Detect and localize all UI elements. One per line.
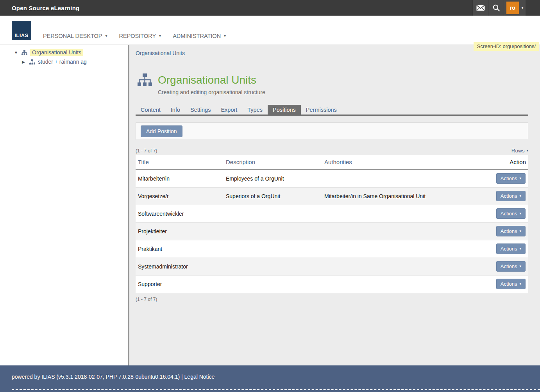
table-header-row: Title Description Authorities Action	[136, 155, 528, 170]
tree-expanded-icon[interactable]: ▼	[14, 50, 19, 55]
actions-dropdown-button[interactable]: Actions▾	[496, 208, 526, 219]
column-header-description[interactable]: Description	[224, 155, 322, 170]
actions-dropdown-button[interactable]: Actions▾	[496, 191, 526, 201]
page-subtitle: Creating and editing organisational stru…	[158, 89, 265, 95]
chevron-down-icon: ▾	[526, 149, 528, 152]
position-description	[224, 258, 322, 275]
main-area: ▼ Organisational Units ▶	[0, 45, 540, 365]
menu-personal-desktop[interactable]: PERSONAL DESKTOP ▾	[43, 33, 107, 39]
orgunit-icon	[29, 59, 35, 64]
avatar: ro	[506, 2, 519, 14]
mail-icon	[476, 5, 485, 11]
actions-dropdown-button[interactable]: Actions▾	[496, 226, 526, 236]
tab-settings[interactable]: Settings	[185, 105, 216, 115]
position-title: Projektleiter	[136, 222, 224, 240]
ilias-logo[interactable]: ILIAS	[12, 21, 31, 40]
chevron-down-icon: ▾	[519, 212, 521, 215]
position-authorities	[322, 258, 493, 275]
main-header: ILIAS PERSONAL DESKTOP ▾ REPOSITORY ▾ AD…	[0, 16, 540, 45]
actions-dropdown-button[interactable]: Actions▾	[496, 243, 526, 254]
tree-item-organisational-units[interactable]: ▼ Organisational Units	[0, 49, 128, 56]
table-row: Vorgesetze/r Superiors of a OrgUnit Mita…	[136, 187, 528, 205]
chevron-down-icon: ▾	[519, 282, 521, 286]
breadcrumb: Organisational Units	[136, 45, 528, 56]
legal-notice-link[interactable]: Legal Notice	[184, 374, 215, 380]
table-row: Supporter Actions▾	[136, 275, 528, 293]
app-title: Open Source eLearning	[12, 5, 79, 11]
position-title: Supporter	[136, 275, 224, 293]
repository-tree: ▼ Organisational Units ▶	[0, 45, 128, 365]
position-authorities	[322, 222, 493, 240]
position-title: Softwareentwickler	[136, 205, 224, 222]
tree-item-studer-raimann[interactable]: ▶ studer + raimann ag	[0, 59, 128, 65]
chevron-down-icon: ▾	[519, 229, 521, 233]
topbar-actions: ro ▾	[472, 0, 526, 16]
main-menu: PERSONAL DESKTOP ▾ REPOSITORY ▾ ADMINIST…	[43, 33, 226, 39]
screen-id-badge: Screen-ID: orgu/positions/	[474, 42, 539, 51]
menu-repository[interactable]: REPOSITORY ▾	[119, 33, 161, 39]
chevron-down-icon: ▾	[519, 177, 521, 180]
column-header-authorities[interactable]: Authorities	[322, 155, 493, 170]
actions-dropdown-button[interactable]: Actions▾	[496, 279, 526, 289]
page-header: Organisational Units Creating and editin…	[136, 73, 528, 95]
position-description: Superiors of a OrgUnit	[224, 187, 322, 205]
table-row: Systemadministrator Actions▾	[136, 258, 528, 275]
tab-positions[interactable]: Positions	[268, 105, 301, 115]
orgunit-icon	[21, 50, 27, 55]
top-bar: Open Source eLearning ro ▾	[0, 0, 540, 16]
result-range-top: (1 - 7 of 7)	[136, 148, 157, 154]
chevron-down-icon: ▾	[224, 34, 226, 38]
footer-separator: |	[181, 374, 183, 380]
table-row: Projektleiter Actions▾	[136, 222, 528, 240]
table-row: Mitarbeiter/in Employees of a OrgUnit Ac…	[136, 170, 528, 187]
result-range-bottom: (1 - 7 of 7)	[136, 297, 528, 302]
position-authorities	[322, 275, 493, 293]
menu-administration[interactable]: ADMINISTRATION ▾	[173, 33, 226, 39]
position-authorities	[322, 240, 493, 258]
tab-bar: Content Info Settings Export Types Posit…	[136, 105, 528, 116]
tree-item-label[interactable]: Organisational Units	[30, 49, 83, 56]
chevron-down-icon: ▾	[522, 6, 524, 10]
position-description: Employees of a OrgUnit	[224, 170, 322, 187]
position-title: Vorgesetze/r	[136, 187, 224, 205]
position-description	[224, 205, 322, 222]
chevron-down-icon: ▾	[519, 265, 521, 268]
tree-item-label[interactable]: studer + raimann ag	[38, 59, 87, 65]
actions-dropdown-button[interactable]: Actions▾	[496, 261, 526, 272]
chevron-down-icon: ▾	[159, 34, 161, 38]
page-title: Organisational Units	[158, 73, 265, 86]
user-menu-button[interactable]: ro ▾	[504, 0, 526, 16]
chevron-down-icon: ▾	[519, 247, 521, 251]
column-header-title[interactable]: Title	[136, 155, 224, 170]
position-authorities	[322, 170, 493, 187]
chevron-down-icon: ▾	[519, 194, 521, 198]
tab-types[interactable]: Types	[242, 105, 268, 115]
position-title: Praktikant	[136, 240, 224, 258]
action-toolbar: Add Position	[136, 122, 528, 140]
position-description	[224, 222, 322, 240]
table-meta-row: (1 - 7 of 7) Rows ▾	[136, 148, 528, 154]
position-title: Mitarbeiter/in	[136, 170, 224, 187]
add-position-button[interactable]: Add Position	[141, 125, 182, 137]
tree-collapsed-icon[interactable]: ▶	[22, 60, 27, 64]
tab-export[interactable]: Export	[216, 105, 242, 115]
page-footer: powered by ILIAS (v5.3.1 2018-02-07, PHP…	[0, 365, 540, 392]
tab-info[interactable]: Info	[166, 105, 185, 115]
breadcrumb-link[interactable]: Organisational Units	[136, 50, 185, 56]
positions-table: Title Description Authorities Action Mit…	[136, 155, 528, 293]
footer-text: powered by ILIAS (v5.3.1 2018-02-07, PHP…	[12, 374, 215, 380]
search-icon	[492, 4, 500, 12]
position-description	[224, 240, 322, 258]
mail-button[interactable]	[472, 0, 488, 16]
column-header-action: Action	[493, 155, 528, 170]
orgunit-large-icon	[138, 73, 152, 86]
footer-dashed-line	[12, 389, 540, 390]
powered-by-text: powered by ILIAS (v5.3.1 2018-02-07, PHP…	[12, 374, 180, 380]
actions-dropdown-button[interactable]: Actions▾	[496, 173, 526, 184]
table-row: Softwareentwickler Actions▾	[136, 205, 528, 222]
position-authorities: Mitarbeiter/in in Same Organisational Un…	[322, 187, 493, 205]
rows-dropdown[interactable]: Rows ▾	[511, 148, 528, 154]
tab-permissions[interactable]: Permissions	[301, 105, 342, 115]
tab-content[interactable]: Content	[136, 105, 166, 115]
search-button[interactable]	[488, 0, 504, 16]
